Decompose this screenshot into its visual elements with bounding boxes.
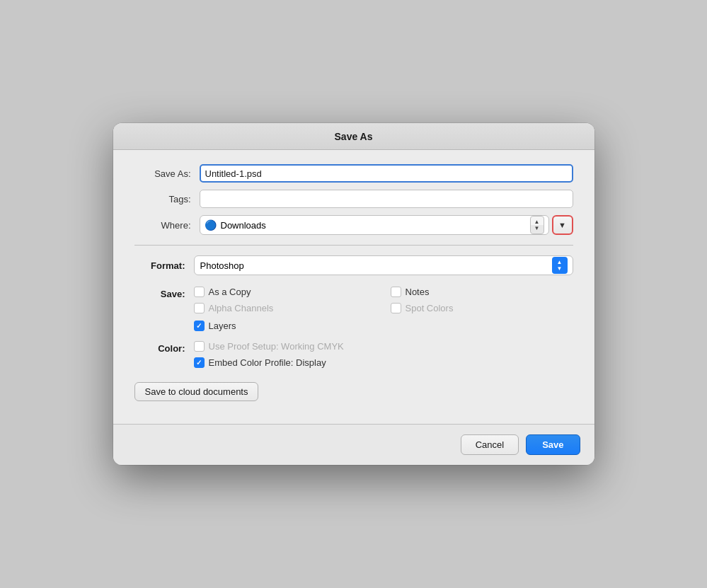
checkbox-row-as-a-copy: As a Copy <box>194 287 377 297</box>
where-value: Downloads <box>221 220 266 231</box>
cancel-button[interactable]: Cancel <box>461 434 519 455</box>
as-a-copy-label: As a Copy <box>209 287 251 297</box>
format-row: Format: Photoshop ▲ ▼ <box>134 255 573 275</box>
chevron-icon: ▲ ▼ <box>557 260 563 272</box>
layers-checkbox[interactable] <box>194 321 205 331</box>
alpha-channels-label: Alpha Channels <box>209 303 274 313</box>
save-options: As a Copy Notes Alpha Channels <box>194 287 573 331</box>
save-label: Save: <box>134 287 185 299</box>
checkbox-row-alpha-channels: Alpha Channels <box>194 303 377 313</box>
format-dropdown[interactable]: Photoshop ▲ ▼ <box>194 255 573 275</box>
save-as-label: Save As: <box>134 168 191 179</box>
format-select-arrow-icon: ▲ ▼ <box>552 257 568 274</box>
notes-label: Notes <box>406 287 430 297</box>
where-label: Where: <box>134 220 191 231</box>
color-section: Color: Use Proof Setup: Working CMYK Emb… <box>134 341 573 368</box>
embed-color-profile-checkbox[interactable] <box>194 357 205 368</box>
as-a-copy-checkbox[interactable] <box>194 287 205 297</box>
format-value: Photoshop <box>200 260 244 271</box>
tags-row: Tags: <box>134 190 573 208</box>
tags-label: Tags: <box>134 194 191 204</box>
cloud-button-label: Save to cloud documents <box>145 386 248 397</box>
where-spinner[interactable]: ▲ ▼ <box>530 216 544 234</box>
alpha-channels-checkbox[interactable] <box>194 303 205 313</box>
chevron-down-icon: ▼ <box>558 221 566 229</box>
checkbox-row-use-proof-setup: Use Proof Setup: Working CMYK <box>194 341 573 352</box>
dialog-title: Save As <box>335 131 373 142</box>
layers-label: Layers <box>209 321 236 331</box>
dialog-footer: Cancel Save <box>113 424 594 465</box>
divider <box>134 245 573 246</box>
color-options: Use Proof Setup: Working CMYK Embed Colo… <box>194 341 573 368</box>
save-as-input[interactable] <box>200 164 573 183</box>
color-label: Color: <box>134 341 185 354</box>
checkbox-row-layers: Layers <box>194 321 573 331</box>
save-section: Save: As a Copy Notes <box>134 287 573 331</box>
embed-color-profile-label: Embed Color Profile: Display <box>209 357 326 368</box>
use-proof-setup-checkbox[interactable] <box>194 341 205 352</box>
spinner-up-icon: ▲ <box>534 219 540 225</box>
save-to-cloud-button[interactable]: Save to cloud documents <box>134 382 259 401</box>
checkbox-row-embed-color-profile: Embed Color Profile: Display <box>194 357 573 368</box>
notes-checkbox[interactable] <box>391 287 401 297</box>
spinner-down-icon: ▼ <box>534 226 540 231</box>
title-bar: Save As <box>113 123 594 150</box>
checkbox-row-spot-colors: Spot Colors <box>391 303 573 313</box>
where-dropdown[interactable]: 🔵 Downloads ▲ ▼ <box>200 215 549 235</box>
where-row: Where: 🔵 Downloads ▲ ▼ ▼ <box>134 215 573 235</box>
save-as-dialog: Save As Save As: Tags: Where: 🔵 Download… <box>113 123 594 465</box>
where-expand-button[interactable]: ▼ <box>552 215 573 235</box>
use-proof-setup-label: Use Proof Setup: Working CMYK <box>209 341 344 352</box>
folder-icon: 🔵 <box>205 219 217 231</box>
tags-input[interactable] <box>200 190 573 208</box>
checkbox-row-notes: Notes <box>391 287 573 297</box>
save-as-row: Save As: <box>134 164 573 183</box>
where-select-wrapper: 🔵 Downloads ▲ ▼ ▼ <box>200 215 573 235</box>
format-label: Format: <box>134 260 185 271</box>
dialog-body: Save As: Tags: Where: 🔵 Downloads ▲ ▼ <box>113 150 594 424</box>
spot-colors-label: Spot Colors <box>406 303 454 313</box>
save-options-grid: As a Copy Notes Alpha Channels <box>194 287 573 313</box>
spot-colors-checkbox[interactable] <box>391 303 401 313</box>
save-button[interactable]: Save <box>526 434 580 455</box>
